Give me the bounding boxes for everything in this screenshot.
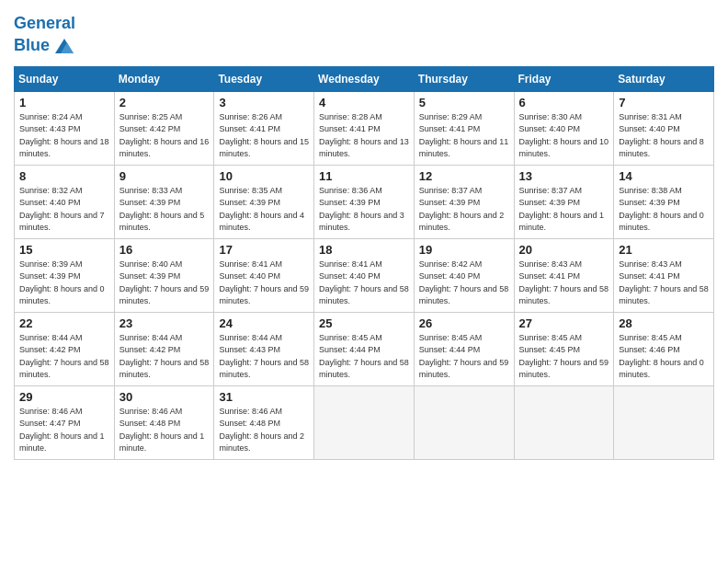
calendar-week-row: 15 Sunrise: 8:39 AMSunset: 4:39 PMDaylig…	[15, 238, 714, 312]
day-number: 27	[519, 316, 609, 330]
calendar-day-cell: 26 Sunrise: 8:45 AMSunset: 4:44 PMDaylig…	[414, 312, 514, 385]
day-info: Sunrise: 8:39 AMSunset: 4:39 PMDaylight:…	[19, 259, 109, 308]
day-number: 31	[219, 390, 309, 404]
day-number: 15	[19, 243, 109, 257]
calendar-week-row: 1 Sunrise: 8:24 AMSunset: 4:43 PMDayligh…	[15, 91, 714, 165]
calendar-day-cell: 28 Sunrise: 8:45 AMSunset: 4:46 PMDaylig…	[614, 312, 714, 385]
day-info: Sunrise: 8:30 AMSunset: 4:40 PMDaylight:…	[519, 111, 609, 161]
day-info: Sunrise: 8:36 AMSunset: 4:39 PMDaylight:…	[319, 185, 409, 235]
calendar-day-cell: 13 Sunrise: 8:37 AMSunset: 4:39 PMDaylig…	[514, 165, 614, 238]
day-info: Sunrise: 8:45 AMSunset: 4:44 PMDaylight:…	[419, 332, 509, 382]
calendar-table: SundayMondayTuesdayWednesdayThursdayFrid…	[14, 66, 714, 460]
calendar-week-row: 29 Sunrise: 8:46 AMSunset: 4:47 PMDaylig…	[15, 385, 714, 459]
calendar-day-cell: 6 Sunrise: 8:30 AMSunset: 4:40 PMDayligh…	[514, 91, 614, 165]
day-info: Sunrise: 8:42 AMSunset: 4:40 PMDaylight:…	[419, 259, 509, 308]
logo-blue-text: Blue	[14, 37, 50, 55]
day-header-saturday: Saturday	[614, 66, 714, 91]
day-info: Sunrise: 8:26 AMSunset: 4:41 PMDaylight:…	[219, 111, 309, 161]
calendar-header-row: SundayMondayTuesdayWednesdayThursdayFrid…	[15, 66, 714, 91]
calendar-day-cell: 27 Sunrise: 8:45 AMSunset: 4:45 PMDaylig…	[514, 312, 614, 385]
day-header-sunday: Sunday	[15, 66, 115, 91]
calendar-week-row: 22 Sunrise: 8:44 AMSunset: 4:42 PMDaylig…	[15, 312, 714, 385]
calendar-day-cell	[414, 385, 514, 459]
day-info: Sunrise: 8:45 AMSunset: 4:46 PMDaylight:…	[619, 332, 709, 382]
day-info: Sunrise: 8:38 AMSunset: 4:39 PMDaylight:…	[619, 185, 709, 235]
calendar-day-cell: 23 Sunrise: 8:44 AMSunset: 4:42 PMDaylig…	[114, 312, 214, 385]
day-number: 2	[119, 96, 210, 109]
day-number: 3	[219, 96, 309, 109]
day-number: 10	[219, 169, 309, 183]
day-number: 12	[419, 169, 509, 183]
day-info: Sunrise: 8:45 AMSunset: 4:45 PMDaylight:…	[519, 332, 609, 382]
day-number: 1	[19, 96, 109, 109]
logo: General Blue	[14, 15, 77, 59]
calendar-day-cell: 12 Sunrise: 8:37 AMSunset: 4:39 PMDaylig…	[414, 165, 514, 238]
calendar-day-cell: 21 Sunrise: 8:43 AMSunset: 4:41 PMDaylig…	[614, 238, 714, 312]
calendar-day-cell: 22 Sunrise: 8:44 AMSunset: 4:42 PMDaylig…	[15, 312, 115, 385]
day-number: 24	[219, 316, 309, 330]
day-info: Sunrise: 8:45 AMSunset: 4:44 PMDaylight:…	[319, 332, 409, 382]
logo-text: General	[14, 15, 77, 33]
calendar-day-cell: 18 Sunrise: 8:41 AMSunset: 4:40 PMDaylig…	[314, 238, 415, 312]
calendar-day-cell: 7 Sunrise: 8:31 AMSunset: 4:40 PMDayligh…	[614, 91, 714, 165]
page-header: General Blue	[14, 9, 714, 59]
calendar-day-cell: 31 Sunrise: 8:46 AMSunset: 4:48 PMDaylig…	[214, 385, 314, 459]
day-number: 13	[519, 169, 609, 183]
calendar-day-cell: 3 Sunrise: 8:26 AMSunset: 4:41 PMDayligh…	[214, 91, 314, 165]
day-info: Sunrise: 8:43 AMSunset: 4:41 PMDaylight:…	[519, 259, 609, 308]
day-number: 5	[419, 96, 509, 109]
day-number: 9	[119, 169, 210, 183]
calendar-day-cell: 19 Sunrise: 8:42 AMSunset: 4:40 PMDaylig…	[414, 238, 514, 312]
day-number: 19	[419, 243, 509, 257]
calendar-day-cell: 20 Sunrise: 8:43 AMSunset: 4:41 PMDaylig…	[514, 238, 614, 312]
calendar-day-cell: 16 Sunrise: 8:40 AMSunset: 4:39 PMDaylig…	[114, 238, 214, 312]
day-number: 25	[319, 316, 409, 330]
calendar-day-cell	[514, 385, 614, 459]
day-number: 17	[219, 243, 309, 257]
day-number: 20	[519, 243, 609, 257]
day-info: Sunrise: 8:28 AMSunset: 4:41 PMDaylight:…	[319, 111, 409, 161]
calendar-day-cell: 30 Sunrise: 8:46 AMSunset: 4:48 PMDaylig…	[114, 385, 214, 459]
calendar-day-cell: 29 Sunrise: 8:46 AMSunset: 4:47 PMDaylig…	[15, 385, 115, 459]
calendar-week-row: 8 Sunrise: 8:32 AMSunset: 4:40 PMDayligh…	[15, 165, 714, 238]
day-info: Sunrise: 8:40 AMSunset: 4:39 PMDaylight:…	[119, 259, 210, 308]
day-number: 29	[19, 390, 109, 404]
day-info: Sunrise: 8:31 AMSunset: 4:40 PMDaylight:…	[619, 111, 709, 161]
logo-icon	[51, 33, 77, 59]
day-info: Sunrise: 8:37 AMSunset: 4:39 PMDaylight:…	[519, 185, 609, 235]
calendar-day-cell: 15 Sunrise: 8:39 AMSunset: 4:39 PMDaylig…	[15, 238, 115, 312]
day-info: Sunrise: 8:46 AMSunset: 4:48 PMDaylight:…	[219, 406, 309, 455]
day-info: Sunrise: 8:43 AMSunset: 4:41 PMDaylight:…	[619, 259, 709, 308]
day-number: 18	[319, 243, 409, 257]
calendar-day-cell: 5 Sunrise: 8:29 AMSunset: 4:41 PMDayligh…	[414, 91, 514, 165]
calendar-day-cell: 10 Sunrise: 8:35 AMSunset: 4:39 PMDaylig…	[214, 165, 314, 238]
day-header-monday: Monday	[114, 66, 214, 91]
day-number: 11	[319, 169, 409, 183]
day-info: Sunrise: 8:44 AMSunset: 4:42 PMDaylight:…	[119, 332, 210, 382]
calendar-day-cell: 9 Sunrise: 8:33 AMSunset: 4:39 PMDayligh…	[114, 165, 214, 238]
calendar-day-cell: 25 Sunrise: 8:45 AMSunset: 4:44 PMDaylig…	[314, 312, 415, 385]
day-info: Sunrise: 8:41 AMSunset: 4:40 PMDaylight:…	[219, 259, 309, 308]
calendar-day-cell: 11 Sunrise: 8:36 AMSunset: 4:39 PMDaylig…	[314, 165, 415, 238]
day-number: 6	[519, 96, 609, 109]
day-info: Sunrise: 8:35 AMSunset: 4:39 PMDaylight:…	[219, 185, 309, 235]
day-header-tuesday: Tuesday	[214, 66, 314, 91]
day-info: Sunrise: 8:24 AMSunset: 4:43 PMDaylight:…	[19, 111, 109, 161]
day-number: 21	[619, 243, 709, 257]
day-number: 30	[119, 390, 210, 404]
day-number: 4	[319, 96, 409, 109]
day-info: Sunrise: 8:46 AMSunset: 4:47 PMDaylight:…	[19, 406, 109, 455]
day-number: 22	[19, 316, 109, 330]
day-info: Sunrise: 8:37 AMSunset: 4:39 PMDaylight:…	[419, 185, 509, 235]
day-info: Sunrise: 8:46 AMSunset: 4:48 PMDaylight:…	[119, 406, 210, 455]
day-info: Sunrise: 8:44 AMSunset: 4:42 PMDaylight:…	[19, 332, 109, 382]
calendar-day-cell	[614, 385, 714, 459]
day-number: 14	[619, 169, 709, 183]
day-info: Sunrise: 8:29 AMSunset: 4:41 PMDaylight:…	[419, 111, 509, 161]
calendar-day-cell: 17 Sunrise: 8:41 AMSunset: 4:40 PMDaylig…	[214, 238, 314, 312]
calendar-day-cell: 2 Sunrise: 8:25 AMSunset: 4:42 PMDayligh…	[114, 91, 214, 165]
calendar-day-cell: 14 Sunrise: 8:38 AMSunset: 4:39 PMDaylig…	[614, 165, 714, 238]
day-number: 16	[119, 243, 210, 257]
calendar-day-cell	[314, 385, 415, 459]
calendar-day-cell: 8 Sunrise: 8:32 AMSunset: 4:40 PMDayligh…	[15, 165, 115, 238]
